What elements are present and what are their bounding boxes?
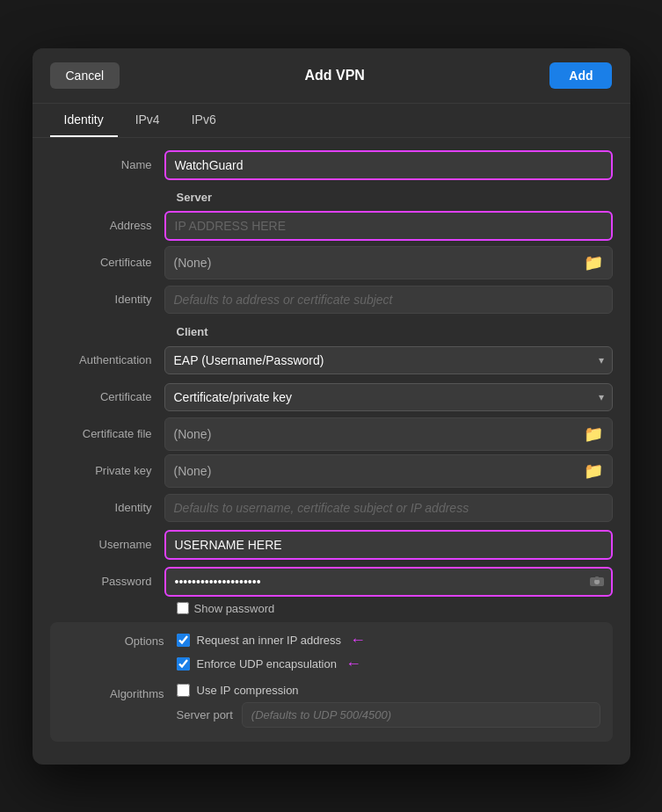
- option-inner-ip-row: Request an inner IP address ←: [177, 631, 600, 649]
- udp-encap-checkbox[interactable]: [177, 657, 190, 671]
- client-section-header: Client: [164, 325, 613, 338]
- tab-bar: Identity IPv4 IPv6: [33, 104, 630, 138]
- udp-encap-arrow: ←: [346, 655, 361, 673]
- options-label: Options: [62, 631, 177, 648]
- udp-encap-label[interactable]: Enforce UDP encapsulation: [197, 657, 337, 671]
- server-identity-value: Defaults to address or certificate subje…: [164, 286, 613, 314]
- option-ip-compress-row: Use IP compression: [177, 684, 600, 697]
- server-identity-label: Identity: [50, 293, 164, 306]
- authentication-select[interactable]: EAP (Username/Password) Certificate EAP-…: [164, 346, 613, 374]
- server-port-input[interactable]: [242, 702, 600, 728]
- tab-identity[interactable]: Identity: [50, 104, 118, 137]
- algorithms-label: Algorithms: [62, 684, 177, 700]
- certificate-file-label: Certificate file: [50, 427, 164, 440]
- authentication-label: Authentication: [50, 353, 164, 366]
- address-label: Address: [50, 219, 164, 232]
- address-row: Address: [50, 209, 613, 243]
- ip-compress-checkbox[interactable]: [177, 684, 190, 697]
- client-identity-row: Identity Defaults to username, certifica…: [50, 491, 613, 525]
- inner-ip-checkbox[interactable]: [177, 634, 190, 647]
- client-identity-value: Defaults to username, certificate subjec…: [164, 494, 613, 522]
- server-certificate-folder-icon[interactable]: 📁: [584, 253, 603, 272]
- show-password-label[interactable]: Show password: [194, 602, 275, 615]
- inner-ip-label[interactable]: Request an inner IP address: [197, 634, 342, 647]
- client-certificate-select[interactable]: Certificate/private key Smart card: [164, 383, 613, 411]
- show-password-row: Show password: [177, 602, 613, 615]
- algorithms-row: Algorithms Use IP compression Server por…: [62, 684, 600, 728]
- client-certificate-label: Certificate: [50, 390, 164, 403]
- password-label: Password: [50, 575, 164, 588]
- name-label: Name: [50, 158, 164, 171]
- client-certificate-select-wrapper: Certificate/private key Smart card ▾: [164, 383, 613, 411]
- username-input[interactable]: [164, 530, 613, 560]
- options-section: Options Request an inner IP address ← En…: [50, 622, 613, 742]
- svg-rect-2: [595, 576, 599, 580]
- private-key-value: (None) 📁: [164, 454, 613, 488]
- password-wrapper: [164, 567, 613, 597]
- name-input[interactable]: [164, 150, 613, 180]
- tab-ipv4[interactable]: IPv4: [121, 104, 174, 137]
- password-input[interactable]: [164, 567, 613, 597]
- certificate-file-row: Certificate file (None) 📁: [50, 417, 613, 451]
- username-row: Username: [50, 528, 613, 562]
- cancel-button[interactable]: Cancel: [50, 62, 120, 89]
- inner-ip-arrow: ←: [350, 631, 366, 649]
- private-key-folder-icon[interactable]: 📁: [584, 461, 603, 481]
- ip-compress-label[interactable]: Use IP compression: [197, 684, 299, 697]
- algorithms-content: Use IP compression Server port: [177, 684, 600, 728]
- vpn-dialog: Cancel Add VPN Add Identity IPv4 IPv6 Na…: [33, 48, 630, 765]
- dialog-title: Add VPN: [304, 68, 364, 83]
- show-password-checkbox[interactable]: [177, 602, 189, 614]
- certificate-file-folder-icon[interactable]: 📁: [584, 424, 603, 444]
- private-key-row: Private key (None) 📁: [50, 454, 613, 488]
- name-row: Name: [50, 149, 613, 182]
- server-identity-row: Identity Defaults to address or certific…: [50, 283, 613, 316]
- password-row: Password: [50, 565, 613, 598]
- dialog-content: Name Server Address Certificate (None) 📁…: [33, 138, 630, 765]
- client-identity-label: Identity: [50, 501, 164, 514]
- private-key-label: Private key: [50, 464, 164, 477]
- add-button[interactable]: Add: [549, 62, 612, 89]
- options-content: Request an inner IP address ← Enforce UD…: [177, 631, 600, 678]
- tab-ipv6[interactable]: IPv6: [178, 104, 230, 137]
- server-port-row: Server port: [177, 702, 600, 728]
- authentication-row: Authentication EAP (Username/Password) C…: [50, 344, 613, 377]
- password-reveal-icon[interactable]: [588, 575, 606, 589]
- options-row: Options Request an inner IP address ← En…: [62, 631, 600, 678]
- authentication-select-wrapper: EAP (Username/Password) Certificate EAP-…: [164, 346, 613, 374]
- username-label: Username: [50, 538, 164, 551]
- server-certificate-label: Certificate: [50, 256, 164, 269]
- titlebar: Cancel Add VPN Add: [33, 48, 630, 104]
- server-certificate-value: (None) 📁: [164, 246, 613, 279]
- server-section-header: Server: [164, 191, 613, 204]
- server-certificate-row: Certificate (None) 📁: [50, 246, 613, 279]
- option-udp-row: Enforce UDP encapsulation ←: [177, 655, 600, 673]
- server-port-label: Server port: [177, 708, 233, 721]
- client-certificate-row: Certificate Certificate/private key Smar…: [50, 381, 613, 414]
- address-input[interactable]: [164, 211, 613, 241]
- certificate-file-value: (None) 📁: [164, 417, 613, 451]
